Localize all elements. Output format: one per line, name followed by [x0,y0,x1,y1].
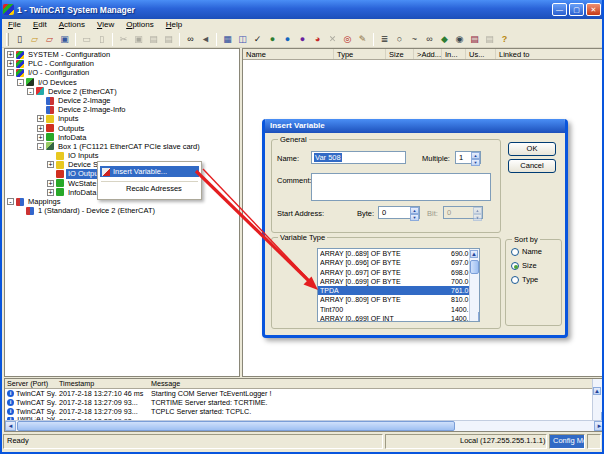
column-address[interactable]: >Add... [414,49,442,59]
expander-icon[interactable]: - [7,198,14,205]
tree-item-infodata[interactable]: + InfoData [5,133,239,142]
check-addresses-icon[interactable]: ● [281,32,294,46]
scroll-right-icon[interactable]: ► [594,421,604,431]
save-icon[interactable]: ▣ [58,32,71,46]
spinner-up-icon[interactable]: ▲ [471,152,480,159]
log-row[interactable]: iTwinCAT Sy... 2017-2-18 13:27:09 93... … [5,407,603,416]
target-browser-icon[interactable]: ◎ [341,32,354,46]
column-linked-to[interactable]: Linked to [496,49,603,59]
variable-list-scrollbar[interactable]: ▲ ▼ [469,249,479,321]
zoom-icon[interactable]: ○ [393,32,406,46]
find-icon[interactable]: ∞ [184,32,197,46]
multiple-stepper[interactable]: 1 ▲▼ [455,151,481,164]
expander-icon[interactable]: - [7,69,14,76]
scrollbar-thumb[interactable] [17,421,455,431]
log-vertical-scrollbar[interactable]: ▲ ▼ [592,379,603,422]
radio-icon[interactable] [511,248,519,256]
variable-type-item[interactable]: ARRAY [0..699] OF INT 1400. [318,314,479,322]
sort-by-size-radio[interactable]: Size [511,261,537,270]
expander-icon[interactable]: + [37,134,44,141]
cancel-button[interactable]: Cancel [508,159,556,173]
tree-item-device-image[interactable]: Device 2-Image [5,96,239,105]
tree-item-inputs[interactable]: + Inputs [5,114,239,123]
export-io-icon[interactable]: ● [296,32,309,46]
tree-item-outputs[interactable]: + Outputs [5,124,239,133]
variable-type-item[interactable]: ARRAY [0..696] OF BYTE 697.0 [318,258,479,267]
scroll-up-icon[interactable]: ▲ [470,250,478,258]
tree-item-system[interactable]: + SYSTEM - Configuration [5,50,239,59]
name-input[interactable]: Var 508 [311,151,406,164]
edit-icon[interactable]: ✎ [356,32,369,46]
comment-input[interactable] [311,173,491,201]
spinner-down-icon[interactable]: ▼ [410,214,419,221]
open-file-icon[interactable]: ▱ [28,32,41,46]
log-column-timestamp[interactable]: Timestamp [57,379,147,388]
properties-list-icon[interactable]: ≣ [378,32,391,46]
spinner-up-icon[interactable]: ▲ [410,207,419,214]
expander-icon[interactable]: + [47,180,54,187]
variable-type-item-selected[interactable]: TPDA 761.0 [318,286,479,295]
expander-icon[interactable]: - [17,79,24,86]
log-row[interactable]: iTwinCAT Sy... 2017-2-18 13:27:10 46 ms … [5,389,603,398]
free-run-icon[interactable]: ◆ [438,32,451,46]
tree-item-device-2[interactable]: - Device 2 (EtherCAT) [5,87,239,96]
scroll-up-icon[interactable]: ▲ [593,387,601,395]
compare-icon[interactable]: ◫ [236,32,249,46]
log-column-message[interactable]: Message [147,379,603,388]
expander-icon[interactable]: + [47,189,54,196]
generate-mappings-icon[interactable]: ● [266,32,279,46]
variable-type-item[interactable]: ARRAY [0..689] OF BYTE 690.0 [318,249,479,258]
byte-stepper[interactable]: 0 ▲▼ [378,206,420,219]
watch-icon[interactable]: ∞ [423,32,436,46]
menu-edit[interactable]: Edit [27,19,53,31]
pointer-icon[interactable]: ◄ [199,32,212,46]
maximize-button[interactable]: ▢ [569,3,584,16]
menu-help[interactable]: Help [160,19,188,31]
column-user[interactable]: Us... [466,49,496,59]
column-inout[interactable]: In... [442,49,466,59]
expander-icon[interactable]: + [37,115,44,122]
tree-item-device-image-info[interactable]: Device 2-Image-Info [5,105,239,114]
minimize-button[interactable]: — [552,3,567,16]
expander-icon[interactable]: + [7,60,14,67]
spinner-down-icon[interactable]: ▼ [471,159,480,166]
scroll-left-icon[interactable]: ◄ [5,421,16,431]
expander-icon[interactable]: + [47,161,54,168]
expander-icon[interactable]: + [37,125,44,132]
import-io-icon[interactable]: ◕ [311,32,324,46]
menu-file[interactable]: File [2,19,27,31]
tree-item-mapping-1[interactable]: 1 (Standard) - Device 2 (EtherCAT) [5,206,239,215]
variable-type-item[interactable]: Tint700 1400. [318,305,479,314]
tree-item-io-inputs[interactable]: IO Inputs [5,151,239,160]
sort-by-type-radio[interactable]: Type [511,275,538,284]
expander-icon[interactable]: - [27,88,34,95]
open-project-icon[interactable]: ▱ [43,32,56,46]
log-row[interactable]: iTwinCAT Sy... 2017-2-18 13:27:09 93... … [5,398,603,407]
close-button[interactable]: ✕ [586,3,601,16]
menu-actions[interactable]: Actions [53,19,91,31]
tree-item-box-1[interactable]: - Box 1 (FC1121 EtherCAT PCIe slave card… [5,142,239,151]
new-file-icon[interactable]: ▯ [13,32,26,46]
tree-item-io-devices[interactable]: - I/O Devices [5,78,239,87]
check-config-icon[interactable]: ✓ [251,32,264,46]
menu-view[interactable]: View [91,19,120,31]
expander-icon[interactable]: + [7,51,14,58]
variable-type-item[interactable]: ARRAY [0..699] OF BYTE 700.0 [318,277,479,286]
variable-type-item[interactable]: ARRAY [0..809] OF BYTE 810.0 [318,295,479,304]
scrollbar-thumb[interactable] [470,260,479,274]
column-name[interactable]: Name [243,49,334,59]
log-column-server[interactable]: Server (Port) [5,379,57,388]
column-size[interactable]: Size [386,49,414,59]
tree-item-io-config[interactable]: - I/O - Configuration [5,68,239,77]
menu-options[interactable]: Options [120,19,160,31]
sort-by-name-radio[interactable]: Name [511,247,542,256]
context-menu-recalc-addresses[interactable]: Recalc Adresses [100,183,199,194]
help-icon[interactable]: ? [498,32,511,46]
target-system-icon[interactable]: ▦ [221,32,234,46]
scroll-down-icon[interactable]: ▼ [478,312,480,321]
log-horizontal-scrollbar[interactable]: ◄ ► [5,420,604,431]
book-icon[interactable]: ▤ [468,32,481,46]
expander-icon[interactable]: - [37,143,44,150]
scope-icon[interactable]: ~ [408,32,421,46]
column-type[interactable]: Type [334,49,386,59]
